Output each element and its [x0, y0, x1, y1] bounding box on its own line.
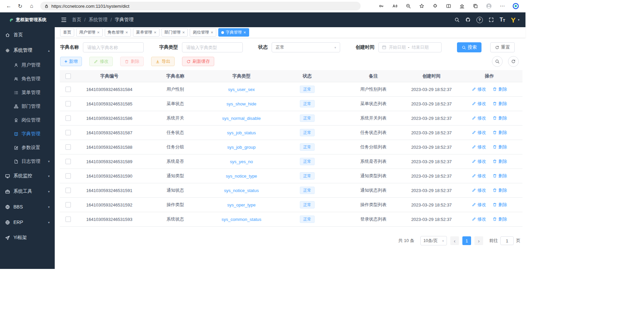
row-delete-button[interactable]: 删除 [493, 202, 507, 208]
header-search-icon[interactable] [454, 17, 460, 22]
row-delete-button[interactable]: 删除 [493, 216, 507, 222]
collections-icon[interactable] [469, 1, 482, 11]
dict-type-link[interactable]: sys_job_status [227, 130, 256, 135]
export-button[interactable]: 导出 [151, 57, 175, 66]
row-edit-button[interactable]: 修改 [472, 101, 486, 107]
logo-dropdown-chevron-icon[interactable]: ▾ [518, 18, 519, 21]
row-delete-button[interactable]: 删除 [493, 130, 507, 136]
row-checkbox[interactable] [65, 202, 71, 207]
tab-dept-mgmt[interactable]: 部门管理× [162, 28, 188, 37]
sidebar-item-role-mgmt[interactable]: 角色管理 [0, 72, 55, 86]
search-toggle-button[interactable] [492, 56, 503, 67]
row-delete-button[interactable]: 删除 [493, 115, 507, 121]
row-edit-button[interactable]: 修改 [472, 86, 486, 92]
sidebar-item-log-mgmt[interactable]: 日志管理 ▾ [0, 154, 55, 168]
row-edit-button[interactable]: 修改 [472, 202, 486, 208]
add-button[interactable]: +新增 [60, 57, 82, 66]
sidebar-item-menu-mgmt[interactable]: 菜单管理 [0, 86, 55, 99]
row-checkbox[interactable] [65, 130, 71, 135]
profile-avatar[interactable] [482, 1, 495, 11]
dict-type-link[interactable]: sys_normal_disable [222, 116, 261, 121]
row-checkbox[interactable] [65, 188, 71, 193]
row-checkbox[interactable] [65, 115, 71, 121]
help-icon[interactable]: ? [476, 17, 483, 23]
more-menu-icon[interactable]: ⋯ [496, 1, 509, 11]
close-icon[interactable]: × [126, 30, 128, 35]
back-button[interactable]: ← [3, 1, 14, 11]
zoom-out-icon[interactable] [402, 1, 415, 11]
extensions-icon[interactable] [429, 1, 442, 11]
dict-type-link[interactable]: sys_show_hide [227, 101, 257, 106]
fullscreen-icon[interactable] [489, 17, 494, 22]
row-checkbox[interactable] [65, 87, 71, 92]
sidebar-item-system-tools[interactable]: 系统工具 ▾ [0, 184, 55, 199]
sidebar-item-home[interactable]: 首页 [0, 27, 55, 43]
github-icon[interactable] [465, 17, 471, 22]
dict-type-link[interactable]: sys_user_sex [228, 87, 255, 92]
sidebar-item-param-settings[interactable]: 参数设置 [0, 141, 55, 154]
delete-button[interactable]: 删除 [120, 57, 144, 66]
row-checkbox[interactable] [65, 159, 71, 164]
tab-user-mgmt[interactable]: 用户管理× [76, 28, 103, 37]
tab-menu-mgmt[interactable]: 菜单管理× [133, 28, 159, 37]
breadcrumb-system-mgmt[interactable]: 系统管理 [89, 17, 107, 23]
reload-button[interactable]: ↻ [15, 1, 26, 11]
home-button[interactable]: ⌂ [26, 1, 37, 11]
dict-type-link[interactable]: sys_yes_no [230, 159, 253, 164]
reset-button[interactable]: 重置 [490, 42, 515, 52]
favorites-star-icon[interactable] [415, 1, 428, 11]
sidebar-item-yi-framework[interactable]: Yi框架 [0, 230, 55, 245]
sidebar-item-dict-mgmt[interactable]: 字典管理 [0, 127, 55, 141]
date-range-picker[interactable]: 开始日期 - 结束日期 [378, 42, 442, 52]
split-screen-icon[interactable] [442, 1, 455, 11]
dict-type-link[interactable]: sys_job_group [227, 145, 256, 150]
bing-copilot-icon[interactable] [509, 1, 522, 11]
dict-type-link[interactable]: sys_notice_status [224, 188, 259, 193]
sidebar-item-erp[interactable]: ERP ▾ [0, 215, 55, 230]
row-checkbox[interactable] [65, 144, 71, 150]
row-checkbox[interactable] [65, 101, 71, 106]
close-icon[interactable]: × [243, 30, 246, 35]
row-delete-button[interactable]: 删除 [493, 187, 507, 193]
row-delete-button[interactable]: 删除 [493, 86, 507, 92]
address-bar[interactable]: https://ccnetcore.com:1101/system/dict [40, 2, 361, 10]
sidebar-item-user-mgmt[interactable]: 用户管理 [0, 58, 55, 72]
row-delete-button[interactable]: 删除 [493, 101, 507, 107]
goto-page-input[interactable] [500, 236, 514, 245]
close-icon[interactable]: × [211, 30, 213, 35]
breadcrumb-home[interactable]: 首页 [72, 17, 81, 23]
next-page-button[interactable]: › [474, 236, 483, 245]
row-delete-button[interactable]: 删除 [493, 173, 507, 179]
row-edit-button[interactable]: 修改 [472, 216, 486, 222]
row-edit-button[interactable]: 修改 [472, 173, 486, 179]
row-edit-button[interactable]: 修改 [472, 130, 486, 136]
tab-home[interactable]: 首页 [60, 28, 74, 37]
dict-type-input[interactable] [182, 42, 243, 52]
close-icon[interactable]: × [182, 30, 185, 35]
font-size-icon[interactable]: TT [500, 17, 505, 22]
page-size-select[interactable]: 10条/页 ▾ [420, 236, 447, 245]
dict-type-link[interactable]: sys_notice_type [226, 174, 257, 179]
sidebar-item-dept-mgmt[interactable]: 部门管理 [0, 99, 55, 113]
yi-logo-icon[interactable]: Y [511, 16, 515, 24]
close-icon[interactable]: × [97, 30, 100, 35]
row-edit-button[interactable]: 修改 [472, 187, 486, 193]
sidebar-item-post-mgmt[interactable]: 岗位管理 [0, 113, 55, 127]
read-aloud-icon[interactable] [388, 1, 401, 11]
prev-page-button[interactable]: ‹ [450, 236, 459, 245]
refresh-table-button[interactable] [508, 56, 519, 67]
dict-type-link[interactable]: sys_oper_type [227, 202, 256, 207]
password-key-icon[interactable] [375, 1, 388, 11]
row-checkbox[interactable] [65, 173, 71, 179]
page-1-button[interactable]: 1 [462, 236, 471, 245]
select-all-checkbox[interactable] [65, 74, 71, 79]
row-edit-button[interactable]: 修改 [472, 115, 486, 121]
favorites-bar-icon[interactable] [456, 1, 468, 11]
search-button[interactable]: 搜索 [457, 42, 481, 52]
dict-name-input[interactable] [83, 42, 144, 52]
tab-dict-mgmt[interactable]: 字典管理× [218, 28, 249, 37]
dict-type-link[interactable]: sys_common_status [222, 217, 262, 222]
edit-button[interactable]: 修改 [89, 57, 113, 66]
sidebar-item-bbs[interactable]: BBS ▾ [0, 199, 55, 215]
row-edit-button[interactable]: 修改 [472, 158, 486, 165]
